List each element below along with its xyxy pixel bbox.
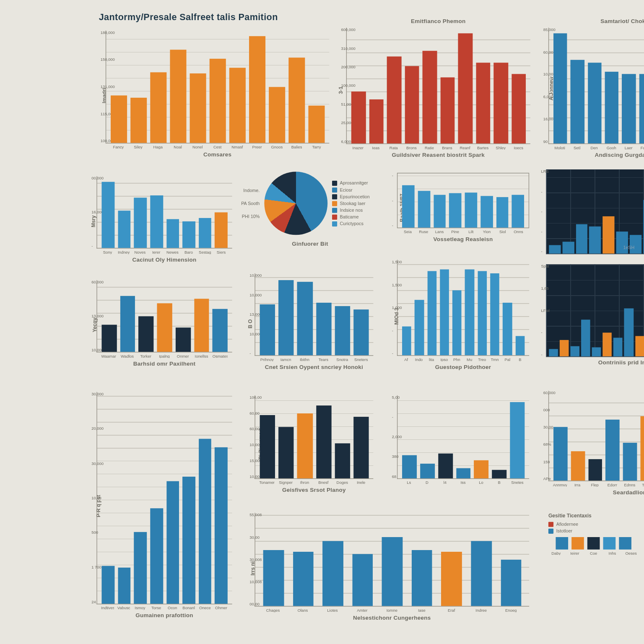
tick: 380 — [392, 454, 394, 458]
bar — [352, 554, 373, 606]
tick: - — [541, 230, 543, 234]
tick: Gnoos — [269, 145, 285, 149]
tick: Indree — [471, 608, 491, 612]
chart-title: Ginfuorer Bit — [241, 241, 379, 247]
yticks: 9016,0006,00010,00060,00085,000 — [545, 28, 548, 143]
bars — [347, 28, 530, 143]
tick: LFiol — [541, 308, 543, 312]
tick: Ibithn — [297, 358, 312, 361]
bar — [170, 49, 186, 143]
tick: 30,008 — [249, 557, 252, 561]
tick: Noves — [134, 250, 147, 254]
tick: 10,000 — [249, 293, 252, 296]
tick: 10,000 — [249, 332, 252, 335]
pie-side-label: Indome. — [241, 188, 260, 193]
tick: Edorr — [605, 483, 620, 487]
tick: Ruse — [417, 230, 430, 234]
bar — [512, 74, 526, 143]
bar — [603, 332, 612, 356]
chart-c16: Irrs ni 00,0010,00830,00830,0055,008 Cha… — [254, 513, 529, 621]
tick: Gooh — [605, 146, 618, 150]
bar — [503, 303, 512, 355]
tick: 1,000 — [392, 306, 394, 309]
bar — [134, 532, 147, 604]
bar — [441, 552, 462, 606]
bar — [624, 309, 634, 356]
tick: Mu — [465, 358, 474, 361]
tick: Ratie — [422, 146, 436, 150]
bar — [215, 212, 227, 248]
chart-title: Nelsestichonr Cungerheens — [254, 615, 529, 621]
bar — [630, 235, 641, 254]
bar — [427, 271, 436, 355]
tick: - — [392, 328, 394, 332]
bars — [255, 395, 374, 478]
xticks: WaamarWadlosTorkerIpalngOnmerIonellssOsm… — [96, 353, 232, 358]
tick: Indo — [414, 358, 423, 361]
yticks: 683802,000-5,00 — [394, 395, 396, 478]
bar — [452, 290, 462, 355]
tick: Siley — [130, 145, 146, 149]
tick: Totaly — [640, 483, 644, 487]
swatch — [571, 537, 584, 550]
legend-item: Indsice nos — [332, 208, 370, 213]
chart-title: Gumainen prafottion — [96, 612, 232, 618]
tick: 200,000 — [341, 65, 343, 69]
swatch — [619, 537, 631, 550]
plot: -10,00013,00010,00010,000 — [254, 273, 373, 356]
yticks: 6,00025,00051,000100,000200,000310,00060… — [343, 28, 345, 143]
chart-title-top: Emitfianco Phemon — [346, 18, 530, 24]
yticks: 10,0015,00010,00060,00060,00100,00 — [252, 395, 254, 478]
yticks: --LFiol1,65Spst — [543, 264, 545, 356]
bar — [150, 509, 163, 604]
tick: B — [515, 358, 525, 361]
chart-title: Barhsid omr Paxilhent — [96, 360, 232, 366]
tick: 85,000 — [543, 28, 545, 31]
bar — [588, 62, 602, 143]
bar — [215, 447, 227, 604]
bar — [471, 541, 491, 606]
tick: lita — [427, 358, 436, 361]
chart-c6: Baolh 15/97 --- SeiaRuseLansPineLiltYion… — [397, 173, 529, 242]
tick: 60,000 — [543, 50, 545, 54]
bar — [157, 303, 172, 352]
tick: Osmates — [213, 354, 228, 358]
legend-item: Afiodernee — [548, 522, 639, 527]
tick: Iamcn — [278, 358, 293, 361]
tick: Daby — [548, 551, 564, 555]
plot: ----LRS 1eSH — [546, 169, 644, 254]
tick: 100,000 — [101, 139, 103, 143]
tick: 16,000 — [543, 117, 545, 121]
tick: Onece — [198, 606, 211, 610]
tick: 24 — [91, 600, 93, 603]
tick: Spst — [541, 264, 543, 268]
tick: Ihron — [297, 480, 312, 484]
yticks: --1,0001,5001,500 — [394, 260, 396, 356]
yticks: -16,00000,000 — [94, 176, 96, 248]
chart-title: Geisfives Srsot Planoy — [254, 487, 373, 493]
bar — [588, 459, 602, 480]
swatch — [587, 537, 600, 550]
yticks: ----LRS — [543, 169, 545, 254]
tick: Yion — [480, 230, 493, 234]
tick: Cest — [209, 145, 226, 149]
bar — [501, 559, 521, 606]
tick: Moloti — [553, 146, 567, 150]
tick: Tarry — [308, 145, 325, 149]
bars — [547, 169, 644, 254]
chart-c7: ----LRS 1eSH — [546, 169, 644, 254]
tick: 60,000 — [543, 391, 545, 395]
chart-c11: --LFiol1,65Spst Oontriniis prid Insseg — [546, 264, 644, 365]
bar — [405, 66, 419, 143]
bar — [101, 182, 114, 248]
tick: 30,00 — [543, 425, 545, 429]
bar — [190, 73, 206, 143]
tick: Preer — [249, 145, 265, 149]
swatch — [332, 201, 337, 206]
bar — [335, 306, 350, 355]
tick: Ieas — [369, 146, 383, 150]
bar — [434, 195, 446, 228]
bar — [476, 62, 490, 143]
legend-label: Stookag Iaer — [340, 201, 366, 206]
tick: 25,000 — [341, 121, 343, 125]
